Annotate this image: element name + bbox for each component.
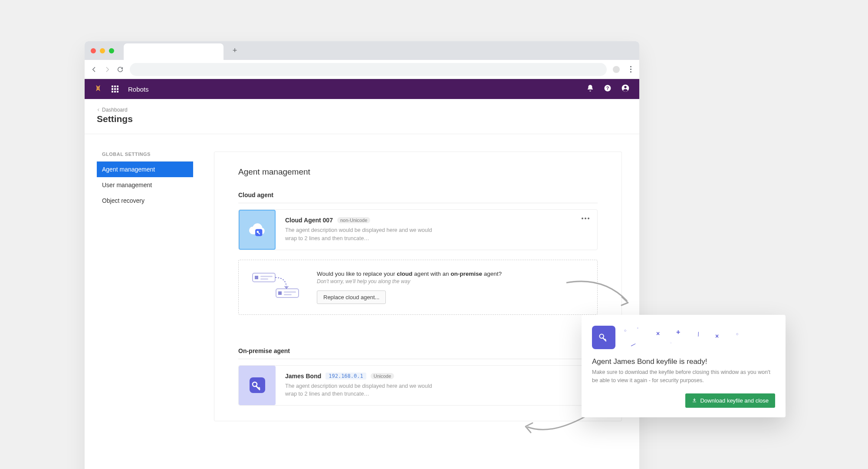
new-tab-button[interactable]: + [229,45,241,57]
forward-icon[interactable] [104,66,111,73]
key-icon [592,326,615,349]
prem-section-title: On-premise agent [238,347,598,359]
prem-agent-thumb-icon [239,366,276,406]
svg-point-3 [624,86,626,88]
download-keyfile-button[interactable]: Download keyfile and close [685,393,775,408]
prem-agent-name: James Bond [285,373,321,380]
replace-subtext: Don't worry, we'll help you along the wa… [317,278,502,284]
profile-dot-icon[interactable] [613,66,620,73]
sidebar-heading: GLOBAL SETTINGS [97,152,193,162]
reload-icon[interactable] [117,66,124,73]
cloud-agent-desc: The agent description would be displayed… [285,226,433,243]
browser-tab[interactable] [124,43,224,60]
notifications-icon[interactable] [586,84,594,94]
content-title: Agent management [238,167,598,177]
download-button-label: Download keyfile and close [700,397,769,404]
page-title: Settings [97,114,627,124]
svg-rect-15 [250,377,265,393]
download-icon [692,398,697,403]
svg-rect-9 [260,276,273,277]
replace-cloud-agent-button[interactable]: Replace cloud agent... [317,291,386,304]
apps-grid-icon[interactable] [112,86,118,92]
account-icon[interactable] [621,84,630,94]
chevron-left-icon [97,108,100,112]
help-icon[interactable]: ? [604,84,612,94]
breadcrumb-label: Dashboard [102,107,128,113]
svg-rect-13 [284,291,296,293]
svg-rect-14 [284,294,292,295]
prem-agent-badge: Unicode [371,373,394,379]
window-controls [91,48,114,53]
popup-title: Agent James Bond keyfile is ready! [592,357,775,366]
sidebar-item-agent-management[interactable]: Agent management [97,162,193,177]
svg-text:?: ? [606,86,609,91]
cloud-agent-thumb-icon [239,210,276,250]
replace-illustration-icon [251,271,303,304]
confetti-icon: ○ ° ⁄ × + ○ ⁄ × ○ [621,327,775,348]
cloud-agent-name: Cloud Agent 007 [285,217,333,224]
sidebar-item-label: User management [102,182,152,188]
back-icon[interactable] [91,66,98,73]
svg-rect-10 [260,278,268,280]
browser-tabbar: + [85,41,639,60]
browser-toolbar [85,60,639,79]
sidebar-item-user-management[interactable]: User management [97,177,197,193]
page-header: Dashboard Settings [85,99,639,134]
content-panel: Agent management Cloud agent Cloud Agent… [214,152,622,421]
prem-agent-ip: 192.168.0.1 [326,373,366,380]
minimize-window-icon[interactable] [100,48,105,53]
maximize-window-icon[interactable] [109,48,114,53]
cloud-agent-card: Cloud Agent 007 non-Unicode The agent de… [238,209,598,250]
app-logo-icon[interactable] [94,84,102,94]
replace-agent-box: Would you like to replace your cloud age… [238,260,598,315]
keyfile-popup: ○ ° ⁄ × + ○ ⁄ × ○ Agent James Bond keyfi… [582,315,786,417]
close-window-icon[interactable] [91,48,96,53]
app-bar: Robots ? [85,79,639,99]
popup-desc: Make sure to download the keyfile before… [592,368,775,385]
sidebar: GLOBAL SETTINGS Agent management User ma… [85,134,197,421]
sidebar-item-label: Agent management [102,166,155,173]
app-title: Robots [128,86,149,93]
prem-agent-desc: The agent description would be displayed… [285,382,433,399]
cloud-agent-badge: non-Unicode [337,217,370,223]
sidebar-item-label: Object recovery [102,197,145,204]
cloud-agent-menu-icon[interactable] [582,218,589,219]
svg-rect-12 [278,291,282,295]
prem-agent-card: James Bond 192.168.0.1 Unicode The agent… [238,365,598,406]
cloud-section-title: Cloud agent [238,192,598,203]
sidebar-item-object-recovery[interactable]: Object recovery [97,193,197,208]
breadcrumb[interactable]: Dashboard [97,107,627,113]
replace-text: Would you like to replace your cloud age… [317,271,502,277]
address-bar[interactable] [130,63,607,76]
svg-rect-8 [255,276,258,279]
browser-window: + Robots ? [85,41,639,469]
browser-menu-icon[interactable] [628,66,633,73]
